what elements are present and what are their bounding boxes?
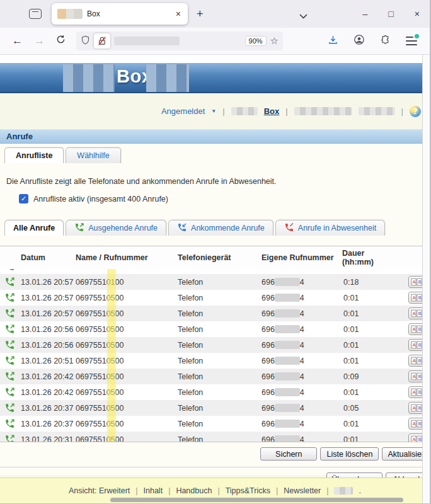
- incoming-call-icon: [177, 222, 187, 234]
- firefox-view-icon[interactable]: [29, 9, 42, 19]
- filter-tab-all-calls[interactable]: Alle Anrufe: [4, 220, 64, 236]
- minimize-button[interactable]: –: [363, 9, 368, 19]
- bookmark-star-icon[interactable]: ☆: [270, 35, 279, 47]
- separator: |: [401, 106, 403, 116]
- footer-link-newsletter[interactable]: Newsletter: [284, 486, 321, 495]
- call-date: 13.01.26 20:56: [19, 325, 76, 334]
- call-own-number: 6964: [261, 309, 338, 318]
- own-number-prefix: 696: [261, 278, 275, 287]
- help-icon[interactable]: ?: [410, 106, 421, 117]
- url-bar[interactable]: 90% ☆: [76, 32, 283, 50]
- col-header-datum: Datum: [19, 253, 76, 262]
- tab-anrufliste[interactable]: Anrufliste: [4, 147, 64, 163]
- call-duration: 0:01: [338, 309, 384, 318]
- col-header-own-number: Eigene Rufnummer: [261, 253, 338, 262]
- own-number-suffix: 4: [300, 309, 304, 318]
- call-number[interactable]: 06975510500: [76, 420, 178, 428]
- table-row: 13.01.26 20:57 06975510100 Telefon 6964 …: [0, 274, 430, 290]
- logged-in-menu[interactable]: Angemeldet: [161, 106, 205, 116]
- downloads-icon[interactable]: [328, 35, 338, 48]
- separator: |: [276, 486, 278, 495]
- svg-text:B: B: [418, 437, 421, 442]
- footer-dot: .: [359, 486, 360, 495]
- own-number-redacted: [275, 309, 300, 318]
- call-own-number: 6964: [261, 294, 338, 302]
- menu-hamburger-icon[interactable]: [406, 37, 417, 45]
- extensions-puzzle-icon[interactable]: [380, 35, 391, 48]
- outgoing-call-icon: [4, 403, 19, 413]
- footer-link-ansicht[interactable]: Ansicht: Erweitert: [69, 486, 130, 495]
- vertical-scrollbar[interactable]: [422, 55, 430, 503]
- tab-waehlhilfe[interactable]: Wählhilfe: [66, 147, 120, 163]
- call-number[interactable]: 06975510500: [76, 294, 178, 302]
- own-number-suffix: 4: [300, 435, 304, 442]
- outgoing-call-icon: [4, 418, 19, 429]
- browser-tab[interactable]: Box ×: [52, 3, 188, 25]
- outgoing-call-icon: [4, 269, 19, 272]
- call-date: 13.01.26 20:42: [19, 372, 76, 381]
- call-date: 13.01.26 20:42: [19, 388, 76, 397]
- call-list-table: Datum Name / Rufnummer Telefoniegerät Ei…: [0, 246, 430, 442]
- maximize-button[interactable]: □: [388, 9, 393, 19]
- call-number[interactable]: 06975510500: [76, 388, 178, 397]
- footer-link-tipps[interactable]: Tipps&Tricks: [226, 486, 270, 495]
- insecure-lock-icon[interactable]: [94, 33, 110, 49]
- call-number[interactable]: 06975510500: [76, 404, 178, 413]
- outgoing-call-icon: [4, 355, 19, 366]
- forward-button: →: [34, 35, 45, 47]
- call-number[interactable]: 06975510500: [76, 357, 178, 365]
- call-number[interactable]: 06975510100: [76, 278, 178, 287]
- call-list-active-checkbox[interactable]: ✓: [19, 194, 28, 203]
- own-number-prefix: 696: [261, 325, 275, 334]
- svg-text:B: B: [418, 342, 421, 348]
- own-number-redacted: [275, 294, 300, 302]
- tab-close-icon[interactable]: ×: [175, 9, 182, 19]
- svg-text:B: B: [418, 279, 421, 285]
- list-all-tabs-icon[interactable]: [299, 10, 307, 21]
- call-number[interactable]: 06975510500: [76, 309, 178, 318]
- footer-link-inhalt[interactable]: Inhalt: [144, 486, 163, 495]
- page-viewport: Box Angemeldet ▼ | Box | | ? Anrufe Anru…: [0, 55, 430, 503]
- own-number-suffix: 4: [300, 341, 304, 350]
- own-number-suffix: 4: [300, 372, 304, 381]
- shield-icon[interactable]: [81, 35, 90, 48]
- call-device: Telefon: [178, 404, 261, 413]
- delete-list-button[interactable]: Liste löschen: [320, 447, 379, 461]
- svg-text:B: B: [418, 326, 421, 332]
- call-number[interactable]: 06975510500: [76, 435, 178, 442]
- filter-tab-outgoing[interactable]: Ausgehende Anrufe: [66, 220, 166, 236]
- filter-tab-incoming[interactable]: Ankommende Anrufe: [168, 220, 273, 236]
- redacted-status-text: [294, 107, 352, 115]
- outgoing-call-icon: [4, 340, 19, 350]
- call-date: 13.01.26 20:37: [19, 420, 76, 428]
- reload-icon[interactable]: [56, 35, 66, 47]
- separator: |: [168, 486, 170, 495]
- footer-link-handbuch[interactable]: Handbuch: [176, 486, 212, 495]
- own-number-redacted: [275, 388, 300, 396]
- list-action-buttons: Sichern Liste löschen Aktualisieren: [0, 442, 430, 461]
- page-footer: Ansicht: Erweitert | Inhalt | Handbuch |…: [0, 478, 430, 503]
- call-date: 13.01.26 20:56: [19, 341, 76, 350]
- own-number-prefix: 696: [261, 372, 275, 381]
- account-icon[interactable]: [353, 34, 365, 48]
- new-tab-button[interactable]: +: [197, 8, 204, 21]
- save-button[interactable]: Sichern: [260, 447, 317, 461]
- filter-tab-missed[interactable]: Anrufe in Abwesenheit: [275, 220, 385, 236]
- own-number-prefix: 696: [261, 435, 275, 442]
- outgoing-call-icon: [4, 308, 19, 319]
- separator: |: [326, 486, 328, 495]
- table-row: 13.01.26 20:57 06975510500 Telefon 6964 …: [0, 306, 430, 321]
- back-button[interactable]: ←: [12, 35, 23, 47]
- horizontal-scrollbar-thumb[interactable]: [110, 498, 403, 502]
- col-header-name: Name / Rufnummer: [76, 253, 178, 262]
- close-window-button[interactable]: ×: [415, 9, 420, 19]
- checkbox-label: Anrufliste aktiv (insgesamt 400 Anrufe): [33, 195, 168, 203]
- call-number[interactable]: 06975510500: [76, 372, 178, 381]
- filter-tab-label: Anrufe in Abwesenheit: [298, 224, 376, 232]
- svg-text:B: B: [418, 405, 421, 411]
- box-home-link[interactable]: Box: [264, 106, 280, 116]
- call-number[interactable]: 06975510500: [76, 341, 178, 350]
- zoom-level-indicator[interactable]: 90%: [245, 36, 267, 46]
- call-number[interactable]: 06975510500: [76, 325, 178, 334]
- chevron-down-icon[interactable]: ▼: [211, 108, 216, 114]
